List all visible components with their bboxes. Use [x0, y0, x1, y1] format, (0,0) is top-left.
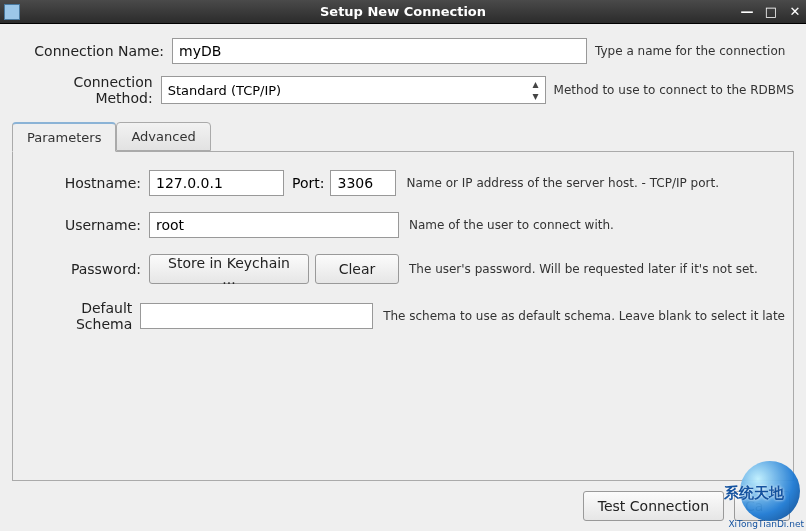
tab-advanced[interactable]: Advanced: [116, 122, 210, 151]
connection-name-label: Connection Name:: [12, 43, 172, 59]
hostname-row: Hostname: Port: Name or IP address of th…: [21, 170, 785, 196]
cancel-button[interactable]: Ca: [734, 491, 790, 521]
app-icon: [4, 4, 20, 20]
connection-method-value: Standard (TCP/IP): [168, 83, 282, 98]
minimize-button[interactable]: —: [740, 5, 754, 18]
maximize-button[interactable]: □: [764, 5, 778, 18]
password-label: Password:: [21, 261, 149, 277]
password-row: Password: Store in Keychain ... Clear Th…: [21, 254, 785, 284]
close-button[interactable]: ✕: [788, 5, 802, 18]
test-connection-button[interactable]: Test Connection: [583, 491, 724, 521]
store-keychain-button[interactable]: Store in Keychain ...: [149, 254, 309, 284]
hostname-input[interactable]: [149, 170, 284, 196]
schema-desc: The schema to use as default schema. Lea…: [383, 309, 785, 323]
schema-row: Default Schema The schema to use as defa…: [21, 300, 785, 332]
username-input[interactable]: [149, 212, 399, 238]
clear-password-button[interactable]: Clear: [315, 254, 399, 284]
title-bar: Setup New Connection — □ ✕: [0, 0, 806, 24]
connection-method-hint: Method to use to connect to the RDBMS: [554, 83, 794, 97]
chevron-updown-icon: ▴▾: [533, 78, 539, 102]
username-label: Username:: [21, 217, 149, 233]
connection-method-label: Connection Method:: [12, 74, 161, 106]
connection-name-row: Connection Name: Type a name for the con…: [12, 38, 794, 64]
schema-input[interactable]: [140, 303, 373, 329]
connection-method-select[interactable]: Standard (TCP/IP) ▴▾: [161, 76, 546, 104]
hostname-label: Hostname:: [21, 175, 149, 191]
connection-name-hint: Type a name for the connection: [595, 44, 785, 58]
window-controls: — □ ✕: [740, 5, 802, 18]
window-title: Setup New Connection: [0, 4, 806, 19]
tabs-header: Parameters Advanced: [12, 122, 794, 151]
connection-name-input[interactable]: [172, 38, 587, 64]
window-body: Connection Name: Type a name for the con…: [0, 24, 806, 531]
bottom-button-bar: Test Connection Ca: [12, 491, 794, 521]
username-desc: Name of the user to connect with.: [409, 218, 614, 232]
tab-parameters[interactable]: Parameters: [12, 122, 116, 152]
hostname-desc: Name or IP address of the server host. -…: [406, 176, 719, 190]
password-desc: The user's password. Will be requested l…: [409, 262, 758, 276]
port-input[interactable]: [330, 170, 396, 196]
tabs-container: Parameters Advanced Hostname: Port: Name…: [12, 122, 794, 481]
tab-pane-parameters: Hostname: Port: Name or IP address of th…: [12, 151, 794, 481]
username-row: Username: Name of the user to connect wi…: [21, 212, 785, 238]
port-label: Port:: [292, 175, 324, 191]
connection-method-row: Connection Method: Standard (TCP/IP) ▴▾ …: [12, 74, 794, 106]
schema-label: Default Schema: [21, 300, 140, 332]
